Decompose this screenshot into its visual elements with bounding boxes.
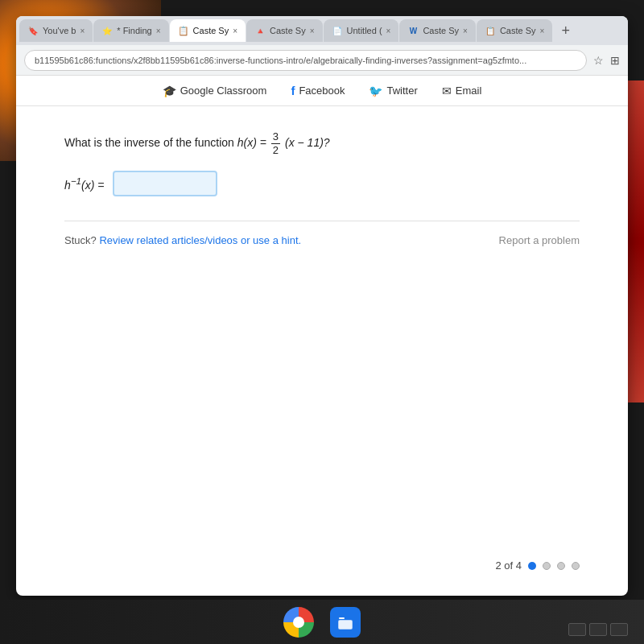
answer-row: h−1(x) = (64, 171, 580, 196)
bookmark-email[interactable]: ✉ Email (442, 85, 482, 97)
bookmark-facebook[interactable]: f Facebook (291, 84, 345, 97)
bookmark-bar: 🎓 Google Classroom f Facebook 🐦 Twitter … (16, 76, 628, 106)
tab-7[interactable]: 📋 Caste Sy × (477, 19, 552, 42)
address-icons: ☆ ⊞ (593, 54, 620, 67)
pagination-dot-2[interactable] (543, 562, 551, 570)
files-icon-svg (336, 613, 354, 631)
question-text: What is the inverse of the function h(x)… (64, 130, 580, 156)
bookmark-classroom-label: Google Classroom (180, 85, 267, 97)
tab-7-close[interactable]: × (540, 27, 545, 35)
url-display[interactable]: b11595b61c86:functions/x2f8bb11595b61c86… (24, 50, 587, 71)
tab-5-label: Untitled ( (347, 26, 382, 35)
function-h-label: h(x) = (237, 136, 270, 149)
tab-7-label: Caste Sy (500, 26, 536, 35)
tab-6-favicon: W (407, 25, 419, 36)
answer-label: h−1(x) = (64, 175, 105, 192)
tab-7-favicon: 📋 (485, 25, 496, 36)
report-link-text: Report a problem (499, 234, 580, 246)
tab-3-label: Caste Sy (193, 26, 229, 35)
tab-6[interactable]: W Caste Sy × (399, 19, 475, 42)
tab-2-label: * Finding (117, 26, 151, 35)
tab-4-favicon: 🔺 (254, 25, 266, 36)
stuck-link-text: Review related articles/videos or use a … (99, 234, 301, 246)
files-taskbar-icon[interactable] (330, 607, 361, 638)
fraction-display: 3 2 (271, 130, 280, 156)
sys-box-1[interactable] (568, 623, 586, 636)
report-link[interactable]: Report a problem (499, 234, 580, 246)
tab-6-label: Caste Sy (423, 26, 459, 35)
tab-4-label: Caste Sy (270, 26, 306, 35)
fraction-numerator: 3 (271, 130, 280, 144)
tab-5-close[interactable]: × (386, 27, 391, 35)
tab-1-close[interactable]: × (80, 27, 85, 35)
function-suffix: (x − 11)? (285, 136, 330, 149)
pagination-dot-3[interactable] (557, 562, 565, 570)
browser-window: 🔖 You've b × ⭐ * Finding × 📋 Caste Sy × … (16, 16, 628, 596)
bookmark-google-classroom[interactable]: 🎓 Google Classroom (163, 85, 267, 97)
sys-tray (568, 623, 628, 636)
bookmark-twitter[interactable]: 🐦 Twitter (369, 85, 417, 97)
email-icon: ✉ (442, 85, 452, 97)
tab-2-favicon: ⭐ (101, 25, 113, 36)
bookmark-facebook-label: Facebook (299, 85, 345, 97)
pagination-dot-4[interactable] (572, 562, 580, 570)
twitter-icon: 🐦 (369, 85, 382, 97)
pagination-bar: 2 of 4 (495, 559, 580, 572)
taskbar (0, 600, 644, 644)
stuck-row: Stuck? Review related articles/videos or… (64, 234, 580, 246)
svg-rect-1 (338, 620, 353, 630)
tab-1-favicon: 🔖 (27, 25, 39, 36)
address-bar: b11595b61c86:functions/x2f8bb11595b61c86… (16, 45, 628, 76)
tab-6-close[interactable]: × (463, 27, 468, 35)
pagination-dot-1[interactable] (528, 562, 536, 570)
tab-2[interactable]: ⭐ * Finding × (93, 19, 168, 42)
tab-1-label: You've b (43, 26, 76, 35)
tab-bar: 🔖 You've b × ⭐ * Finding × 📋 Caste Sy × … (16, 16, 628, 45)
bookmark-star-icon[interactable]: ☆ (593, 54, 604, 67)
tab-3-close[interactable]: × (233, 27, 237, 35)
stuck-link[interactable]: Review related articles/videos or use a … (99, 234, 301, 246)
facebook-icon: f (291, 84, 295, 97)
tab-5[interactable]: 📄 Untitled ( × (324, 19, 399, 42)
tab-3[interactable]: 📋 Caste Sy × (170, 19, 246, 42)
answer-input[interactable] (113, 171, 217, 196)
sys-box-3[interactable] (610, 623, 628, 636)
sys-box-2[interactable] (589, 623, 607, 636)
question-prefix: What is the inverse of the function (64, 136, 234, 149)
bookmark-twitter-label: Twitter (386, 85, 417, 97)
content-divider (64, 221, 580, 221)
google-classroom-icon: 🎓 (163, 85, 176, 97)
tab-4-close[interactable]: × (310, 27, 315, 35)
tab-3-favicon: 📋 (178, 25, 189, 36)
extensions-icon[interactable]: ⊞ (610, 54, 620, 67)
bookmark-email-label: Email (456, 85, 482, 97)
chrome-taskbar-icon[interactable] (283, 607, 314, 638)
svg-rect-0 (339, 617, 345, 619)
fraction-denominator: 2 (271, 144, 280, 157)
new-tab-button[interactable]: + (556, 23, 575, 39)
tab-2-close[interactable]: × (156, 27, 161, 35)
tab-4[interactable]: 🔺 Caste Sy × (246, 19, 322, 42)
main-content: What is the inverse of the function h(x)… (16, 106, 628, 428)
url-text: b11595b61c86:functions/x2f8bb11595b61c86… (35, 56, 526, 65)
pagination-text: 2 of 4 (495, 559, 522, 572)
stuck-prefix: Stuck? (64, 234, 97, 246)
tab-5-favicon: 📄 (332, 25, 343, 36)
tab-1[interactable]: 🔖 You've b × (19, 19, 93, 42)
stuck-text: Stuck? Review related articles/videos or… (64, 234, 301, 246)
